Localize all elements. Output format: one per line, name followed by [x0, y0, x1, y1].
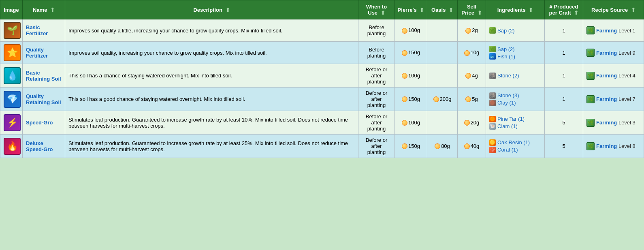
- item-sell-price: 40g: [458, 135, 486, 158]
- item-icon: 💧: [4, 67, 21, 84]
- coin-icon: [465, 96, 471, 102]
- item-recipe-source: 🌿Farming Level 3: [583, 111, 644, 135]
- item-when-to-use: Before or after planting: [358, 88, 395, 111]
- item-sell-price: 2g: [458, 19, 486, 42]
- item-image-cell: 🔥: [0, 135, 23, 158]
- ingredient-row: 🪸Coral (1): [489, 147, 541, 153]
- item-description: This soil has a good chance of staying w…: [65, 88, 358, 111]
- item-when-to-use: Before or after planting: [358, 64, 395, 88]
- coin-icon: [464, 143, 470, 149]
- coin-icon: [402, 73, 407, 79]
- ingredient-label: Sap (2): [497, 28, 515, 34]
- recipe-source-link[interactable]: Farming: [596, 73, 617, 79]
- recipe-source-link[interactable]: Farming: [596, 28, 617, 34]
- item-recipe-source: 🌿Farming Level 8: [583, 135, 644, 158]
- item-icon: 🌱: [4, 22, 21, 39]
- recipe-source-text: Farming Level 1: [596, 28, 635, 34]
- recipe-source-link[interactable]: Farming: [596, 50, 617, 56]
- item-description: Stimulates leaf production. Guaranteed t…: [65, 135, 358, 158]
- pinetar-icon: 🟠: [489, 116, 496, 122]
- recipe-source-link[interactable]: Farming: [596, 96, 617, 102]
- coin-icon: [402, 50, 407, 56]
- coin-icon: [464, 120, 470, 126]
- item-name[interactable]: Basic Fertilizer: [23, 19, 65, 42]
- item-produced-per-craft: 1: [545, 64, 583, 88]
- coral-icon: 🪸: [489, 147, 496, 153]
- coin-icon: [465, 73, 471, 79]
- recipe-source-icon: 🌿: [586, 72, 595, 80]
- coin-icon: [402, 28, 407, 34]
- ingredient-row: 🐚Clam (1): [489, 123, 541, 130]
- coin-icon: [465, 28, 471, 34]
- recipe-cell: 🌿Farming Level 4: [586, 72, 640, 80]
- header-pierres[interactable]: Pierre's ⬆: [395, 0, 427, 19]
- header-oasis[interactable]: Oasis ⬆: [427, 0, 458, 19]
- item-ingredients: 🌿Sap (2)🐟Fish (1): [486, 42, 545, 64]
- item-oasis-price: [427, 64, 458, 88]
- ingredient-row: 🌿Sap (2): [489, 46, 541, 52]
- recipe-level: Level 1: [617, 28, 635, 34]
- coin-icon: [464, 50, 470, 56]
- recipe-source-icon: 🌿: [586, 26, 595, 34]
- item-icon: 💎: [4, 91, 21, 108]
- item-recipe-source: 🌿Farming Level 7: [583, 88, 644, 111]
- sap-icon: 🌿: [489, 27, 496, 34]
- recipe-source-text: Farming Level 7: [596, 96, 635, 102]
- item-pierres-price: 150g: [395, 135, 427, 158]
- header-sell-price[interactable]: Sell Price ⬆: [458, 0, 486, 19]
- ingredient-label: Clay (1): [497, 100, 516, 106]
- item-name[interactable]: Deluxe Speed-Gro: [23, 135, 65, 158]
- item-image-cell: ⭐: [0, 42, 23, 64]
- ingredient-label: Stone (2): [497, 73, 519, 79]
- header-produced-per-craft[interactable]: # Produced per Craft ⬆: [545, 0, 583, 19]
- item-recipe-source: 🌿Farming Level 4: [583, 64, 644, 88]
- item-ingredients: 🪨Stone (2): [486, 64, 545, 88]
- ingredient-row: 🟡Oak Resin (1): [489, 139, 541, 146]
- table-row: ⚡Speed-GroStimulates leaf production. Gu…: [0, 111, 644, 135]
- item-name[interactable]: Basic Retaining Soil: [23, 64, 65, 88]
- item-name[interactable]: Quality Retaining Soil: [23, 88, 65, 111]
- item-oasis-price: [427, 111, 458, 135]
- recipe-cell: 🌿Farming Level 9: [586, 49, 640, 57]
- recipe-cell: 🌿Farming Level 3: [586, 119, 640, 127]
- ingredient-row: 🌿Sap (2): [489, 27, 541, 34]
- recipe-source-link[interactable]: Farming: [596, 120, 617, 126]
- item-ingredients: 🪨Stone (3)🟤Clay (1): [486, 88, 545, 111]
- header-image[interactable]: Image: [0, 0, 23, 19]
- coin-icon: [433, 96, 439, 102]
- table-row: 🌱Basic FertilizerImproves soil quality a…: [0, 19, 644, 42]
- header-ingredients[interactable]: Ingredients ⬆: [486, 0, 545, 19]
- recipe-level: Level 4: [617, 73, 635, 79]
- header-description[interactable]: Description ⬆: [65, 0, 358, 19]
- header-recipe-source[interactable]: Recipe Source ⬆: [583, 0, 644, 19]
- item-pierres-price: 100g: [395, 64, 427, 88]
- ingredient-row: 🪨Stone (3): [489, 92, 541, 99]
- coin-icon: [402, 143, 407, 149]
- table-row: 🔥Deluxe Speed-GroStimulates leaf product…: [0, 135, 644, 158]
- header-name[interactable]: Name ⬆: [23, 0, 65, 19]
- item-produced-per-craft: 1: [545, 19, 583, 42]
- ingredient-label: Pine Tar (1): [497, 116, 525, 122]
- item-name[interactable]: Quality Fertilizer: [23, 42, 65, 64]
- recipe-source-link[interactable]: Farming: [596, 143, 617, 149]
- item-name[interactable]: Speed-Gro: [23, 111, 65, 135]
- item-sell-price: 4g: [458, 64, 486, 88]
- item-pierres-price: 100g: [395, 19, 427, 42]
- header-when-to-use[interactable]: When to Use ⬆: [358, 0, 395, 19]
- clay-icon: 🟤: [489, 100, 496, 106]
- item-recipe-source: 🌿Farming Level 1: [583, 19, 644, 42]
- item-produced-per-craft: 5: [545, 135, 583, 158]
- oakresin-icon: 🟡: [489, 139, 496, 146]
- item-when-to-use: Before planting: [358, 19, 395, 42]
- clam-icon: 🐚: [489, 123, 496, 130]
- ingredient-label: Clam (1): [497, 123, 518, 129]
- sort-icon-pierre: ⬆: [420, 7, 424, 13]
- recipe-source-text: Farming Level 3: [596, 120, 635, 126]
- ingredient-label: Coral (1): [497, 147, 518, 153]
- sap-icon: 🌿: [489, 46, 496, 52]
- sort-icon-oasis: ⬆: [449, 7, 453, 13]
- item-ingredients: 🟡Oak Resin (1)🪸Coral (1): [486, 135, 545, 158]
- item-ingredients: 🌿Sap (2): [486, 19, 545, 42]
- item-when-to-use: Before or after planting: [358, 111, 395, 135]
- item-description: This soil has a chance of staying watere…: [65, 64, 358, 88]
